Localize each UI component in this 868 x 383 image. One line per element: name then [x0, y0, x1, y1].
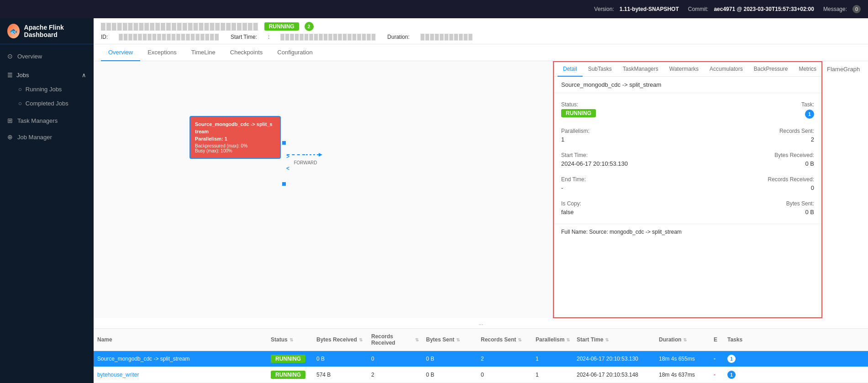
job-manager-icon: ⊕: [7, 133, 13, 141]
sort-rec-rcv-icon[interactable]: ⇅: [415, 337, 419, 342]
sort-start-icon[interactable]: ⇅: [605, 337, 609, 342]
th-records-received-label: Records Received: [371, 333, 413, 346]
td-bytes-rcv-0: 0 B: [313, 352, 368, 366]
job-header: █████████████████████████████ RUNNING 2 …: [94, 18, 868, 44]
detail-tab-metrics[interactable]: Metrics: [793, 62, 822, 77]
node-backpressured: Backpressured (max): 0%: [195, 143, 275, 148]
app-title: Apache Flink Dashboard: [24, 24, 86, 38]
th-e: E: [710, 332, 724, 347]
sidebar-item-completed-jobs[interactable]: ○ Completed Jobs: [11, 96, 86, 110]
sidebar-logo: 🐟 Apache Flink Dashboard: [0, 18, 94, 44]
th-bytes-received-label: Bytes Received: [316, 336, 357, 343]
tasks-badge-1: 1: [727, 371, 736, 379]
main-content: █████████████████████████████ RUNNING 2 …: [94, 18, 868, 383]
sidebar-item-completed-jobs-label: Completed Jobs: [26, 100, 68, 107]
sidebar-item-running-jobs-label: Running Jobs: [26, 86, 62, 93]
detail-tab-subtasks[interactable]: SubTasks: [583, 62, 617, 77]
main-tabs: Overview Exceptions TimeLine Checkpoints…: [94, 44, 868, 61]
tab-overview[interactable]: Overview: [101, 44, 140, 61]
sort-bytes-sent-icon[interactable]: ⇅: [456, 337, 460, 342]
row-status-badge-1: RUNNING: [271, 371, 305, 379]
sort-status-icon[interactable]: ⇅: [289, 337, 293, 342]
detail-status-cell: Status: RUNNING: [554, 97, 688, 123]
detail-records-sent-cell: Records Sent: 2: [688, 123, 821, 147]
sidebar-item-task-managers-label: Task Managers: [17, 117, 58, 124]
sidebar-item-running-jobs[interactable]: ○ Running Jobs: [11, 82, 86, 96]
td-rec-sent-0: 2: [477, 352, 532, 366]
detail-records-received-label: Records Received:: [695, 176, 814, 183]
detail-task-value: 1: [695, 110, 814, 119]
job-start-time-label: Start Time:: [231, 34, 257, 40]
detail-is-copy-label: Is Copy:: [561, 200, 680, 207]
job-duration-label: Duration:: [387, 34, 410, 40]
detail-tab-accumulators[interactable]: Accumulators: [704, 62, 748, 77]
td-name-1: bytehouse_writer: [94, 368, 267, 382]
arrow-label: FORWARD: [294, 160, 317, 165]
job-status-badge: RUNNING: [264, 22, 299, 31]
jobs-grid-icon: ☰: [7, 72, 13, 79]
graph-area[interactable]: Source_mongodb_cdc -> split_s tream Para…: [94, 61, 553, 318]
detail-records-sent-value: 2: [695, 136, 814, 143]
th-status-label: Status: [271, 336, 288, 343]
node-busy: Busy (max): 100%: [195, 148, 275, 153]
minus-btn-1[interactable]: -: [714, 372, 715, 378]
logo-icon: 🐟: [10, 27, 17, 35]
th-status: Status ⇅: [267, 332, 313, 347]
sort-dur-icon[interactable]: ⇅: [683, 337, 687, 342]
detail-end-time-value: -: [561, 184, 680, 191]
node-source-mongodb[interactable]: Source_mongodb_cdc -> split_s tream Para…: [189, 116, 281, 159]
detail-tab-backpressure[interactable]: BackPressure: [748, 62, 794, 77]
sort-par-icon[interactable]: ⇅: [566, 337, 570, 342]
th-tasks-label: Tasks: [727, 336, 742, 343]
version-label: Version:: [594, 6, 614, 12]
detail-full-name-row: Full Name: Source: mongodb_cdc -> split_…: [554, 224, 821, 240]
detail-tab-watermarks[interactable]: Watermarks: [664, 62, 704, 77]
detail-tab-taskmanagers[interactable]: TaskManagers: [617, 62, 664, 77]
td-start-1: 2024-06-17 20:10:53.148: [573, 368, 655, 382]
sidebar-item-overview[interactable]: ⊙ Overview: [0, 48, 94, 64]
detail-status-badge: RUNNING: [561, 109, 596, 117]
th-start-time: Start Time ⇅: [573, 332, 655, 347]
td-par-0: 1: [532, 352, 573, 366]
th-name: Name: [94, 332, 267, 347]
table-row[interactable]: Source_mongodb_cdc -> split_stream RUNNI…: [94, 351, 868, 367]
th-parallelism-label: Parallelism: [536, 336, 564, 343]
table-row[interactable]: bytehouse_writer RUNNING 574 B 2 0 B 0 1…: [94, 367, 868, 383]
tab-timeline[interactable]: TimeLine: [184, 44, 223, 61]
td-start-0: 2024-06-17 20:10:53.130: [573, 352, 655, 366]
version-value: 1.11-byted-SNAPSHOT: [620, 6, 679, 12]
th-records-received: Records Received ⇅: [368, 329, 422, 351]
sidebar-jobs-header[interactable]: ☰ Jobs ∧: [7, 68, 86, 82]
minus-btn-0[interactable]: -: [714, 356, 715, 362]
tab-configuration[interactable]: Configuration: [270, 44, 320, 61]
th-duration-label: Duration: [659, 336, 681, 343]
detail-node-title: Source_mongodb_cdc -> split_stream: [554, 77, 821, 93]
detail-bytes-sent-cell: Bytes Sent: 0 B: [688, 196, 821, 220]
tab-exceptions[interactable]: Exceptions: [140, 44, 184, 61]
td-status-0: RUNNING: [267, 352, 313, 366]
tab-checkpoints[interactable]: Checkpoints: [223, 44, 270, 61]
detail-bytes-received-cell: Bytes Received: 0 B: [688, 147, 821, 172]
td-bytes-sent-0: 0 B: [422, 352, 477, 366]
detail-bytes-sent-value: 0 B: [695, 209, 814, 215]
sidebar-item-task-managers[interactable]: ⊞ Task Managers: [0, 112, 94, 129]
sort-rec-sent-icon[interactable]: ⇅: [518, 337, 521, 342]
td-status-1: RUNNING: [267, 368, 313, 382]
job-start-time-value: ████████████████████: [280, 34, 376, 40]
chevron-right-icon: >: [286, 153, 289, 160]
detail-tab-detail[interactable]: Detail: [558, 62, 583, 77]
detail-bytes-sent-label: Bytes Sent:: [695, 200, 814, 207]
th-records-sent-label: Records Sent: [481, 336, 516, 343]
graph-detail-area: Source_mongodb_cdc -> split_s tream Para…: [94, 61, 868, 318]
table-header: Name Status ⇅ Bytes Received ⇅ Records R…: [94, 329, 868, 351]
message-count-badge: 0: [852, 5, 861, 13]
sort-bytes-rcv-icon[interactable]: ⇅: [359, 337, 363, 342]
job-meta: ID: █████████████████████ Start Time: : …: [101, 34, 861, 40]
sidebar-item-job-manager[interactable]: ⊕ Job Manager: [0, 129, 94, 145]
td-dur-1: 18m 4s 637ms: [655, 368, 710, 382]
detail-task-label: Task:: [695, 101, 814, 108]
detail-end-time-label: End Time:: [561, 176, 680, 183]
detail-parallelism-value: 1: [561, 136, 680, 143]
running-jobs-icon: ○: [18, 86, 22, 93]
bottom-table: Name Status ⇅ Bytes Received ⇅ Records R…: [94, 328, 868, 383]
